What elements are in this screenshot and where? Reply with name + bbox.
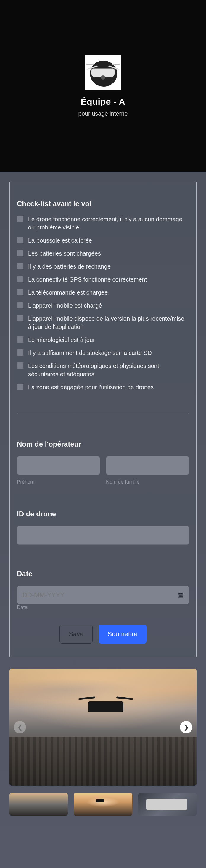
checklist-checkbox[interactable] (17, 237, 23, 243)
date-input[interactable] (17, 586, 189, 604)
checklist-item: L'appareil mobile dispose de la version … (17, 314, 189, 331)
gallery-thumb-2[interactable] (74, 793, 132, 816)
checklist-item-label: Le micrologiciel est à jour (28, 336, 189, 344)
form-section: Check-list avant le vol Le drone fonctio… (0, 172, 206, 669)
checklist-item: Le drone fonctionne correctement, il n'y… (17, 215, 189, 231)
checklist-checkbox[interactable] (17, 263, 23, 270)
date-sublabel: Date (17, 604, 28, 610)
checklist-item: Les conditions météorologiques et physiq… (17, 362, 189, 378)
gallery-thumbnails (9, 793, 197, 816)
team-logo (85, 55, 121, 90)
checklist-item: La zone est dégagée pour l'utilisation d… (17, 383, 189, 391)
last-name-input[interactable] (106, 456, 189, 475)
checklist-item-label: Les conditions météorologiques et physiq… (28, 362, 189, 378)
checklist-checkbox[interactable] (17, 349, 23, 356)
checklist-item-label: La zone est dégagée pour l'utilisation d… (28, 383, 189, 391)
checklist-checkbox[interactable] (17, 336, 23, 343)
checklist-checkbox[interactable] (17, 302, 23, 308)
checklist-checkbox[interactable] (17, 315, 23, 321)
gallery-prev-button[interactable]: ❮ (13, 721, 26, 734)
header-subtitle: pour usage interne (79, 110, 128, 117)
checklist-item: Les batteries sont chargées (17, 249, 189, 257)
checklist-title: Check-list avant le vol (17, 199, 189, 208)
drone-id-label: ID de drone (17, 510, 189, 518)
form-card: Check-list avant le vol Le drone fonctio… (9, 182, 197, 657)
gallery-hero-image: ❮ ❯ (9, 669, 197, 786)
image-gallery: ❮ ❯ (0, 669, 206, 828)
first-name-sublabel: Prénom (17, 479, 100, 485)
drone-id-group: ID de drone (17, 510, 189, 545)
checklist-item: Le micrologiciel est à jour (17, 336, 189, 344)
checklist-item-label: Il y a suffisamment de stockage sur la c… (28, 349, 189, 357)
first-name-input[interactable] (17, 456, 100, 475)
checklist-item-label: La connectivité GPS fonctionne correctem… (28, 275, 189, 284)
submit-button[interactable]: Soumettre (98, 625, 147, 644)
date-group: Date Date (17, 569, 189, 611)
gallery-next-button[interactable]: ❯ (180, 721, 193, 734)
checklist-item-label: La télécommande est chargée (28, 288, 189, 297)
checklist-checkbox[interactable] (17, 289, 23, 296)
checklist-item: Il y a suffisamment de stockage sur la c… (17, 349, 189, 357)
checklist-checkbox[interactable] (17, 250, 23, 256)
checklist-item-label: Il y a des batteries de rechange (28, 262, 189, 271)
checklist-item-label: L'appareil mobile dispose de la version … (28, 314, 189, 331)
gallery-thumb-1[interactable] (9, 793, 68, 816)
form-actions: Save Soumettre (17, 625, 189, 644)
chevron-right-icon: ❯ (184, 724, 189, 731)
checklist: Le drone fonctionne correctement, il n'y… (17, 215, 189, 391)
operator-name-group: Nom de l'opérateur Prénom Nom de famille (17, 440, 189, 485)
checklist-checkbox[interactable] (17, 383, 23, 390)
checklist-item-label: La boussole est calibrée (28, 236, 189, 245)
checklist-item: La boussole est calibrée (17, 236, 189, 245)
checklist-item: L'appareil mobile est chargé (17, 301, 189, 310)
checklist-checkbox[interactable] (17, 276, 23, 282)
checklist-item-label: Les batteries sont chargées (28, 249, 189, 257)
checklist-item: La connectivité GPS fonctionne correctem… (17, 275, 189, 284)
save-button[interactable]: Save (59, 625, 93, 644)
team-name: Équipe - A (81, 97, 125, 107)
checklist-checkbox[interactable] (17, 216, 23, 222)
gallery-thumb-3[interactable] (138, 793, 197, 816)
page-header: Équipe - A pour usage interne (0, 0, 206, 172)
checklist-checkbox[interactable] (17, 362, 23, 369)
last-name-sublabel: Nom de famille (106, 479, 189, 485)
drone-id-input[interactable] (17, 526, 189, 545)
checklist-item: Il y a des batteries de rechange (17, 262, 189, 271)
operator-name-label: Nom de l'opérateur (17, 440, 189, 448)
date-label: Date (17, 569, 189, 578)
chevron-left-icon: ❮ (18, 724, 23, 731)
checklist-item-label: L'appareil mobile est chargé (28, 301, 189, 310)
checklist-item: La télécommande est chargée (17, 288, 189, 297)
checklist-item-label: Le drone fonctionne correctement, il n'y… (28, 215, 189, 231)
